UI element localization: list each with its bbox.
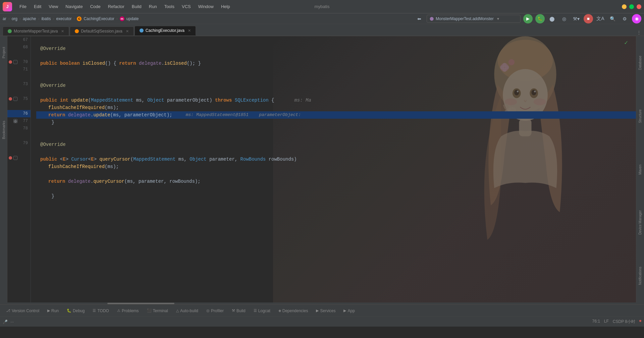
- bookmarks-panel-label[interactable]: Bookmarks: [1, 127, 7, 133]
- build-menu-button[interactable]: ⚒▾: [572, 14, 581, 23]
- avatar[interactable]: ◉: [632, 14, 641, 23]
- code-line-flush2: flushCacheIfRequired(ms);: [36, 163, 636, 170]
- tab-label-2: DefaultSqlSession.java: [81, 29, 122, 34]
- bottom-tab-dependencies[interactable]: ◈ Dependencies: [275, 307, 312, 315]
- menu-vcs[interactable]: VCS: [178, 3, 194, 10]
- tab-monster-mapper-test[interactable]: MonsterMapperTest.java ✕: [3, 26, 69, 36]
- bc-apache[interactable]: apache: [23, 16, 36, 21]
- line-return2: [7, 169, 31, 176]
- profiler-icon: ◎: [206, 308, 210, 313]
- bc-update[interactable]: update: [126, 16, 139, 21]
- menu-run[interactable]: Run: [146, 3, 160, 10]
- tab-default-sql-session[interactable]: DefaultSqlSession.java ✕: [70, 26, 133, 36]
- code-line-67: [36, 38, 636, 45]
- bottom-tab-run[interactable]: ▶ Run: [44, 307, 62, 315]
- bc-caching-executor[interactable]: CachingExecutor: [84, 16, 114, 21]
- maximize-button[interactable]: [629, 4, 634, 9]
- stop-button[interactable]: ■: [584, 14, 593, 23]
- build-icon: ⚒: [232, 308, 235, 313]
- menu-build[interactable]: Build: [128, 3, 145, 10]
- bc-ar[interactable]: ar: [3, 16, 6, 21]
- panel-maven[interactable]: Maven: [636, 143, 644, 196]
- line-empty3: [7, 176, 31, 184]
- bottom-tab-version-control[interactable]: ⎇ Version Control: [3, 307, 43, 315]
- horizontal-scrollbar[interactable]: [0, 302, 644, 304]
- panel-notifications[interactable]: Notifications: [636, 249, 644, 302]
- line-77: ⬤ 77: [7, 117, 31, 125]
- run-button[interactable]: ▶: [523, 14, 533, 23]
- minimize-button[interactable]: [622, 4, 627, 9]
- left-sidebar: Project Bookmarks: [0, 36, 7, 302]
- debug-button[interactable]: 🐛: [535, 14, 545, 23]
- bottom-tab-build[interactable]: ⚒ Build: [228, 307, 249, 315]
- nav-back-button[interactable]: ⬅: [415, 14, 424, 23]
- tab-close-3[interactable]: ✕: [188, 29, 191, 33]
- bottom-tab-profiler[interactable]: ◎ Profiler: [203, 307, 227, 315]
- bottom-tab-app[interactable]: ▶ App: [340, 307, 358, 315]
- settings-button[interactable]: ⚙: [620, 14, 629, 23]
- menu-window[interactable]: Window: [195, 3, 217, 10]
- close-button[interactable]: [637, 4, 641, 9]
- status-left: 🎤 ···: [3, 320, 14, 324]
- tab-close-1[interactable]: ✕: [61, 29, 64, 34]
- mic-button[interactable]: 🎤: [3, 320, 8, 324]
- code-line-79-override: @Override: [36, 141, 636, 148]
- translate-button[interactable]: 文A: [596, 14, 605, 23]
- line-flush2: [7, 162, 31, 169]
- bottom-tab-debug[interactable]: 🐛 Debug: [63, 307, 88, 315]
- git-indicator: [639, 320, 641, 322]
- status-dots-button[interactable]: ···: [10, 320, 14, 324]
- bottom-tab-logcat[interactable]: ☰ Logcat: [250, 307, 274, 315]
- bottom-tab-services[interactable]: ▶ Services: [313, 307, 339, 315]
- menu-file[interactable]: File: [16, 3, 30, 10]
- tab-label-3: CachingExecutor.java: [146, 28, 184, 33]
- code-line-query-cursor: public <E> Cursor<E> queryCursor(MappedS…: [36, 156, 636, 163]
- project-panel-label[interactable]: Project: [1, 50, 7, 56]
- bottom-tab-todo[interactable]: ☰ TODO: [89, 307, 112, 315]
- search-button[interactable]: 🔍: [608, 14, 617, 23]
- panel-structure[interactable]: Structure: [636, 90, 644, 143]
- bc-ibatis[interactable]: ibatis: [41, 16, 51, 21]
- line-75b: [7, 103, 31, 110]
- right-panel-strip: Database Structure Maven Device Manager …: [636, 36, 644, 302]
- code-line-empty-q: [36, 170, 636, 178]
- code-line-80: [36, 148, 636, 156]
- bottom-tab-problems[interactable]: ⚠ Problems: [114, 307, 142, 315]
- bc-executor[interactable]: executor: [56, 16, 71, 21]
- menu-code[interactable]: Code: [87, 3, 104, 10]
- run-config-selector[interactable]: ⬤ MonsterMapperTest.addMonster ▾: [427, 15, 521, 23]
- tab-caching-executor[interactable]: CachingExecutor.java ✕: [135, 26, 196, 36]
- scroll-thumb[interactable]: [107, 303, 174, 304]
- code-line-78: [36, 126, 636, 133]
- tab-close-2[interactable]: ✕: [126, 29, 129, 34]
- coverage-button[interactable]: ⬤: [547, 14, 557, 23]
- line-73: 73: [7, 80, 31, 88]
- menu-refactor[interactable]: Refactor: [105, 3, 128, 10]
- panel-database[interactable]: Database: [636, 36, 644, 90]
- tabs-more-button[interactable]: ⋮: [637, 30, 641, 36]
- menu-view[interactable]: View: [45, 3, 61, 10]
- bottom-tab-autobuild[interactable]: △ Auto-build: [173, 307, 202, 315]
- menu-tools[interactable]: Tools: [161, 3, 178, 10]
- panel-device-manager[interactable]: Device Manager: [636, 196, 644, 249]
- code-line-close-q: }: [36, 192, 636, 200]
- app-logo: J: [3, 2, 12, 11]
- line-80b: -: [7, 154, 31, 162]
- line-ending: LF: [604, 319, 609, 325]
- tab-label-1: MonsterMapperTest.java: [14, 29, 58, 34]
- menu-navigate[interactable]: Navigate: [62, 3, 86, 10]
- profile-button[interactable]: ◎: [559, 14, 569, 23]
- code-line-empty-q2: [36, 185, 636, 192]
- code-editor[interactable]: @Override public boolean isClosed() { re…: [31, 36, 636, 302]
- code-line-72: [36, 74, 636, 82]
- line-68: 68: [7, 44, 31, 51]
- line-79b: 79: [7, 139, 31, 147]
- bottom-tab-terminal-label: Terminal: [153, 308, 168, 313]
- bc-org[interactable]: org: [12, 16, 17, 21]
- editor-wrapper: Project Bookmarks 67 68 - 70 71 73 - 75 …: [0, 36, 644, 302]
- menu-edit[interactable]: Edit: [31, 3, 45, 10]
- tab-icon-3: [140, 29, 144, 33]
- bottom-tab-terminal[interactable]: ⬛ Terminal: [144, 307, 171, 315]
- menu-help[interactable]: Help: [218, 3, 233, 10]
- logcat-icon: ☰: [254, 308, 257, 313]
